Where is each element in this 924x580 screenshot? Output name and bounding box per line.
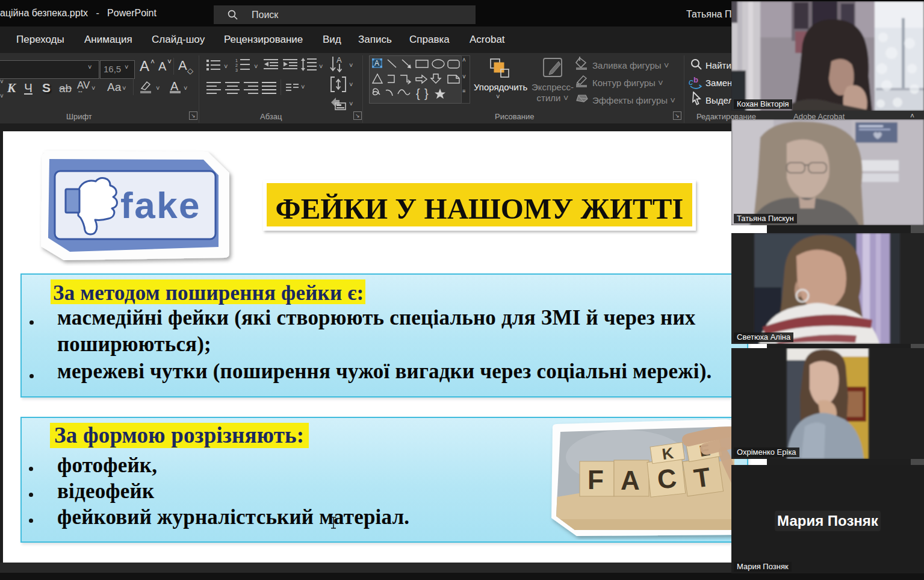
- svg-text:fake: fake: [120, 184, 201, 226]
- svg-text:C: C: [656, 463, 678, 494]
- svg-text:b: b: [693, 75, 698, 84]
- svg-text:3: 3: [235, 68, 238, 72]
- svg-text:A: A: [336, 57, 342, 64]
- svg-text:A: A: [621, 466, 640, 495]
- svg-text:{: {: [416, 87, 420, 100]
- svg-text:c: c: [689, 76, 693, 87]
- svg-text:2: 2: [235, 63, 238, 67]
- svg-text:A: A: [374, 59, 379, 67]
- svg-text:F: F: [588, 465, 604, 494]
- svg-text:}: }: [424, 87, 429, 100]
- svg-text:1: 1: [235, 58, 238, 63]
